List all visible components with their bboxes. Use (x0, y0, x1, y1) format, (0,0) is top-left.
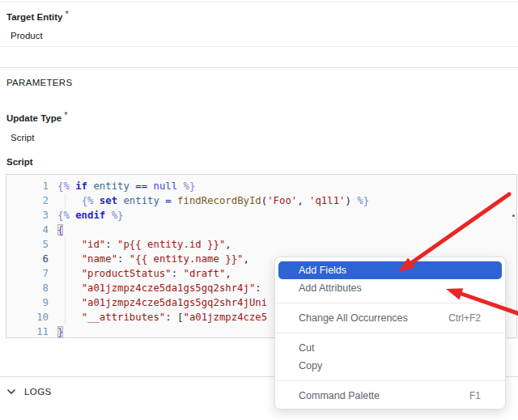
target-entity-label-text: Target Entity (6, 12, 62, 22)
line-number: 11 (6, 325, 49, 338)
menu-item-label: Copy (299, 360, 322, 371)
code-text: "__attributes": ["a01jzmpz4cze5 (57, 310, 267, 325)
line-number: 9 (6, 295, 49, 310)
chevron-down-icon[interactable] (6, 388, 16, 395)
workflow-config-panel: Target Entity* Product PARAMETERS Update… (0, 0, 518, 420)
parameters-header: PARAMETERS (6, 78, 72, 87)
stray-dot (512, 214, 515, 217)
section-divider (0, 67, 518, 68)
line-number: 8 (6, 281, 49, 295)
code-line[interactable]: 5 "id": "p{{ entity.id }}", (6, 237, 516, 252)
line-number: 3 (6, 208, 49, 223)
menu-item-label: Cut (299, 342, 314, 354)
line-number: 7 (6, 266, 49, 281)
logs-toggle[interactable]: LOGS (6, 387, 52, 397)
code-line[interactable]: 3{% endif %} (6, 208, 516, 223)
line-number: 2 (6, 193, 49, 208)
code-line[interactable]: 1{% if entity == null %} (6, 179, 516, 193)
menu-item-add-fields[interactable]: Add Fields (278, 261, 502, 279)
indent-guide (65, 193, 66, 208)
menu-item-add-attributes[interactable]: Add Attributes (278, 279, 502, 297)
line-number: 10 (6, 310, 49, 325)
code-text: "name": "{{ entity.name }}", (57, 252, 249, 266)
code-text: {% endif %} (57, 208, 123, 223)
target-entity-value[interactable]: Product (11, 31, 43, 40)
code-text: } (57, 325, 63, 338)
line-number: 5 (6, 237, 49, 252)
code-text: {% set entity = findRecordById('Foo', 'q… (57, 193, 369, 208)
code-text: { (57, 223, 63, 237)
required-asterisk: * (64, 110, 67, 120)
menu-separator (275, 303, 505, 303)
menu-item-label: Add Fields (299, 265, 346, 276)
code-text: {% if entity == null %} (57, 179, 195, 193)
field-underline (0, 46, 518, 47)
menu-item-shortcut: Ctrl+F2 (448, 312, 481, 324)
menu-item-label: Add Attributes (299, 282, 362, 294)
target-entity-label: Target Entity* (6, 9, 69, 22)
editor-context-menu: Add FieldsAdd AttributesChange All Occur… (274, 257, 506, 409)
code-line[interactable]: 4{ (6, 223, 516, 237)
menu-item-copy[interactable]: Copy (278, 357, 502, 375)
line-number: 4 (6, 223, 49, 237)
line-number: 6 (6, 252, 49, 266)
menu-separator (275, 380, 505, 381)
top-divider (0, 2, 518, 2)
menu-item-shortcut: F1 (469, 390, 481, 401)
line-number: 1 (6, 179, 49, 193)
code-line[interactable]: 2 {% set entity = findRecordById('Foo', … (6, 193, 516, 208)
update-type-value[interactable]: Script (11, 133, 34, 142)
code-text: "id": "p{{ entity.id }}", (57, 237, 231, 252)
code-text: "productStatus": "draft", (57, 266, 231, 281)
code-text: "a01jzmpz4cze5da1gs5gq2shr4j": (57, 281, 261, 295)
script-label: Script (6, 157, 33, 167)
update-type-label-text: Update Type (6, 113, 62, 123)
menu-item-cut[interactable]: Cut (278, 339, 502, 357)
code-text: "a01jzmpz4cze5da1gs5gq2shr4jUni (57, 295, 267, 310)
menu-item-label: Command Palette (299, 390, 380, 401)
logs-label: LOGS (24, 387, 52, 397)
update-type-label: Update Type* (6, 110, 67, 123)
menu-item-change-all-occurrences[interactable]: Change All OccurrencesCtrl+F2 (278, 309, 502, 327)
menu-item-label: Change All Occurrences (299, 312, 408, 324)
indent-guide (65, 237, 66, 325)
required-asterisk: * (65, 9, 68, 19)
menu-separator (275, 333, 505, 333)
menu-item-command-palette[interactable]: Command PaletteF1 (278, 387, 502, 405)
